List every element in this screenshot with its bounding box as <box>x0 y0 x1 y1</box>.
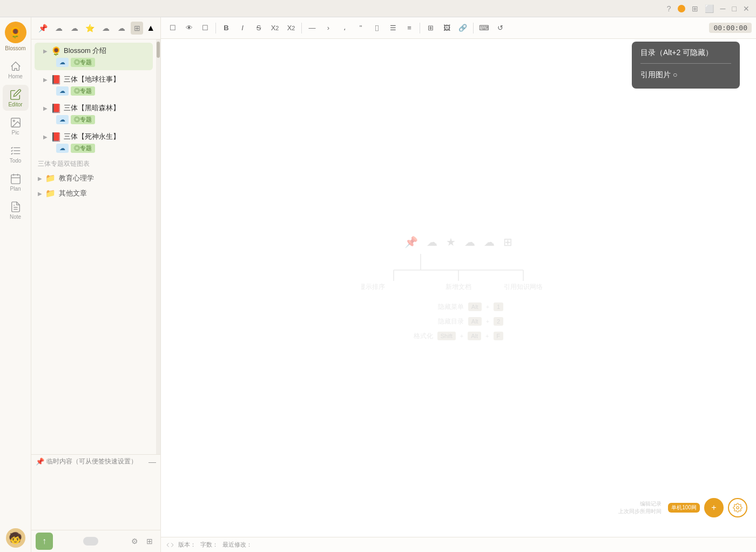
settings-circle-btn[interactable] <box>728 498 747 517</box>
note-title-blossom: Blossom 介绍 <box>64 46 106 56</box>
tag-topic-blossom: ◎专题 <box>71 58 95 67</box>
bottom-controls: 编辑记录 上次同步所用时间 单机100网 + <box>618 498 747 517</box>
scroll-thumb[interactable] <box>157 42 160 58</box>
shortcut-format-label: 格式化 <box>414 332 433 341</box>
note-title-three3: 三体【死神永生】 <box>64 132 120 142</box>
toolbar-preview-btn[interactable]: ☐ <box>165 21 180 36</box>
user-avatar[interactable]: 🧒 <box>6 528 25 548</box>
note-icon-three2: 📕 <box>51 103 60 113</box>
popup-item-label: 引用图片 ○ <box>640 70 677 80</box>
version-label: 版本： <box>178 541 196 549</box>
toolbar-table-btn[interactable]: ⊞ <box>423 21 438 36</box>
note-item-blossom[interactable]: ▶ 🌻 Blossom 介绍 ☁ ◎专题 <box>35 43 153 70</box>
mote-content <box>31 468 160 530</box>
chevron-folder-other: ▶ <box>38 191 42 197</box>
folder-other-label: 其他文章 <box>59 189 87 198</box>
toolbar-sub-btn[interactable]: X2 <box>284 21 299 36</box>
popup-title: 目录（Alt+2 可隐藏） <box>640 48 731 58</box>
maximize-btn[interactable]: □ <box>732 4 737 13</box>
toolbar-grid-icon[interactable]: ⊞ <box>131 22 143 35</box>
add-btn[interactable]: + <box>704 498 724 517</box>
help-icon[interactable]: ? <box>667 4 671 13</box>
toolbar-eye-btn[interactable]: 👁 <box>181 21 197 36</box>
sidebar-note-label: Note <box>10 214 21 220</box>
toolbar-cloud-icon[interactable]: ☁ <box>52 22 65 35</box>
svg-point-1 <box>13 120 15 122</box>
mote-textarea[interactable] <box>36 470 156 528</box>
shortcut-hide-toc-label: 隐藏目录 <box>438 317 464 326</box>
note-list: ▶ 🌻 Blossom 介绍 ☁ ◎专题 ▶ 📕 三体【地球往事】 <box>31 39 156 454</box>
toolbar-code-btn[interactable]: ⌷ <box>369 21 384 36</box>
tag-cloud-three1: ☁ <box>56 86 69 96</box>
toolbar-bold-btn[interactable]: B <box>219 21 234 36</box>
toolbar-heart-icon[interactable]: ☁ <box>99 22 112 35</box>
toolbar-scroll-up[interactable]: ▲ <box>146 23 155 33</box>
brand-area: 单机100网 <box>668 503 700 513</box>
editor-content[interactable]: 📌 ☁ ★ ☁ ☁ ⊞ <box>161 39 756 537</box>
folder-other[interactable]: ▶ 📁 其他文章 <box>31 186 156 201</box>
popup-menu: 目录（Alt+2 可隐藏） 引用图片 ○ <box>632 42 740 89</box>
diagram-pin-icon: 📌 <box>404 235 418 248</box>
note-icon-three3: 📕 <box>51 132 60 142</box>
popup-item-image[interactable]: 引用图片 ○ <box>640 68 731 82</box>
toolbar-image-btn[interactable]: 🖼 <box>439 21 454 36</box>
toolbar-undo-btn[interactable]: ↺ <box>492 21 508 36</box>
editor-area: 目录（Alt+2 可隐藏） 引用图片 ○ ☐ 👁 ☐ B I S X2 X2 —… <box>161 17 756 552</box>
minimize-btn[interactable]: ─ <box>720 4 726 13</box>
shortcut-format: 格式化 Shift + Alt + F <box>414 332 503 341</box>
toolbar-ul-btn[interactable]: ☰ <box>386 21 401 36</box>
toolbar-hr-btn[interactable]: — <box>305 21 320 36</box>
sidebar-item-todo[interactable]: Todo <box>3 141 29 167</box>
toolbar-kbd-btn[interactable]: ⌨ <box>476 21 491 36</box>
close-btn[interactable]: ✕ <box>743 4 750 13</box>
folder-edu[interactable]: ▶ 📁 教育心理学 <box>31 171 156 186</box>
shortcut-alt3-key: Alt <box>468 332 481 340</box>
tag-topic-three2: ◎专题 <box>71 115 95 124</box>
toolbar-sep2 <box>301 23 302 33</box>
layout-btn[interactable]: ⊞ <box>143 535 156 548</box>
shortcut-hide-toc: 隐藏目录 Alt + 2 <box>438 317 503 326</box>
shortcut-hide-menu-label: 隐藏菜单 <box>438 302 464 312</box>
brand-label: 单机100网 <box>671 504 697 511</box>
tag-cloud-blossom: ☁ <box>56 58 69 67</box>
toolbar-sup-btn[interactable]: X2 <box>267 21 282 36</box>
toggle-switch[interactable] <box>83 537 98 546</box>
toolbar-sep1 <box>215 23 216 33</box>
toolbar-arrow-btn[interactable]: › <box>321 21 336 36</box>
toolbar-pin-icon[interactable]: 📌 <box>37 22 49 35</box>
sidebar-item-plan[interactable]: Plan <box>3 169 29 195</box>
sidebar-item-editor[interactable]: Editor <box>3 85 29 111</box>
toolbar-copy-icon[interactable]: ☁ <box>68 22 80 35</box>
nav-sidebar: 🌻 Blossom Home Editor Pic <box>0 17 31 552</box>
toolbar-share-icon[interactable]: ☁ <box>115 22 127 35</box>
toolbar-quote-btn[interactable]: " <box>353 21 368 36</box>
note-item-three2[interactable]: ▶ 📕 三体【黑暗森林】 ☁ ◎专题 <box>35 100 153 127</box>
shortcut-alt-key: Alt <box>468 302 482 311</box>
chevron-right-icon2: ▶ <box>43 77 48 83</box>
note-icon-three1: 📕 <box>51 75 60 84</box>
window-icon[interactable]: ⬜ <box>705 4 714 13</box>
note-item-three1[interactable]: ▶ 📕 三体【地球往事】 ☁ ◎专题 <box>35 71 153 99</box>
toolbar-strike-btn[interactable]: S <box>251 21 266 36</box>
toolbar-comma-btn[interactable]: ، <box>337 21 352 36</box>
record-icon[interactable] <box>678 5 685 12</box>
toolbar-folder-btn[interactable]: ☐ <box>198 21 213 36</box>
toolbar-italic-btn[interactable]: I <box>235 21 250 36</box>
toolbar-link-btn[interactable]: 🔗 <box>455 21 470 36</box>
sidebar-item-note[interactable]: Note <box>3 197 29 223</box>
settings-btn[interactable]: ⚙ <box>128 535 141 548</box>
toolbar-star-icon[interactable]: ⭐ <box>84 22 96 35</box>
note-item-three3[interactable]: ▶ 📕 三体【死神永生】 ☁ ◎专题 <box>35 129 153 156</box>
sidebar-plan-label: Plan <box>10 186 21 192</box>
shortcut-f-key: F <box>494 332 504 340</box>
upload-btn[interactable]: ↑ <box>36 533 53 550</box>
layout-icon[interactable]: ⊞ <box>692 4 698 13</box>
folder-other-icon: 📁 <box>45 189 56 198</box>
mote-minimize-btn[interactable]: — <box>148 457 156 466</box>
toolbar-sep4 <box>473 23 474 33</box>
toolbar-ol-btn[interactable]: ≡ <box>402 21 417 36</box>
chevron-folder-edu: ▶ <box>38 176 42 181</box>
sidebar-item-pic[interactable]: Pic <box>3 113 29 139</box>
shortcut-alt2-key: Alt <box>468 317 482 326</box>
sidebar-item-home[interactable]: Home <box>3 57 29 83</box>
